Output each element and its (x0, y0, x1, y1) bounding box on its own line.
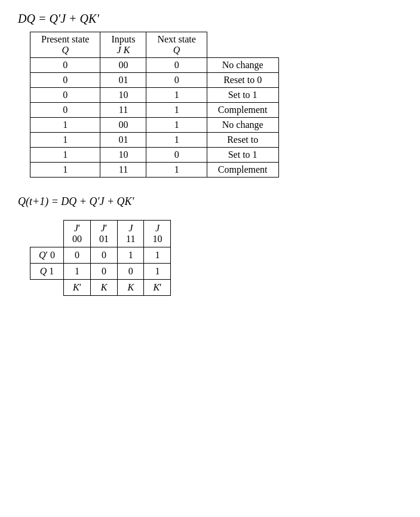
present-q: 0 (30, 88, 100, 103)
inputs-jk: 10 (100, 148, 146, 163)
description: Complement (207, 103, 278, 118)
kmap-cell: 1 (144, 247, 171, 264)
present-q: 1 (30, 118, 100, 133)
present-q: 0 (30, 73, 100, 88)
table-row: 1 10 0 Set to 1 (30, 148, 279, 163)
kmap-footer-3: K (118, 280, 144, 296)
present-q: 0 (30, 103, 100, 118)
formula-dq: DQ = Q′J + QK′ (18, 12, 402, 26)
kmap-cell: 1 (144, 264, 171, 280)
kmap-cell: 1 (64, 264, 91, 280)
table-row: 0 11 1 Complement (30, 103, 279, 118)
next-q: 1 (146, 103, 207, 118)
next-q: 1 (146, 163, 207, 178)
kmap-footer-1: K′ (64, 280, 91, 296)
kmap-footer-2: K (91, 280, 118, 296)
inputs-jk: 11 (100, 163, 146, 178)
description: Reset to 0 (207, 73, 278, 88)
description: Set to 1 (207, 148, 278, 163)
kmap-row-label-1: Q 1 (30, 264, 64, 280)
description: Set to 1 (207, 88, 278, 103)
next-q: 0 (146, 73, 207, 88)
table-row: 1 00 1 No change (30, 118, 279, 133)
table-row: 1 11 1 Complement (30, 163, 279, 178)
col-header-next-state: Next state (146, 32, 207, 45)
description: Complement (207, 163, 278, 178)
kmap-col-header-1: J′00 (64, 221, 91, 247)
inputs-jk: 00 (100, 118, 146, 133)
inputs-jk: 01 (100, 133, 146, 148)
next-q: 1 (146, 88, 207, 103)
kmap-corner (30, 221, 64, 247)
kmap-col-header-4: J10 (144, 221, 171, 247)
kmap-table: J′00 J′01 J11 J10 Q′ 0 0 0 1 1 Q 1 1 0 0… (30, 220, 171, 296)
present-q: 0 (30, 58, 100, 73)
description: No change (207, 58, 278, 73)
table-row: 1 01 1 Reset to (30, 133, 279, 148)
col-subheader-q-present: Q (30, 45, 100, 58)
table-row: 0 10 1 Set to 1 (30, 88, 279, 103)
present-q: 1 (30, 163, 100, 178)
description: No change (207, 118, 278, 133)
table-row: 0 00 0 No change (30, 58, 279, 73)
kmap-cell: 0 (91, 264, 118, 280)
col-header-present-state: Present state (30, 32, 100, 45)
kmap-row-1: Q 1 1 0 0 1 (30, 264, 171, 280)
present-q: 1 (30, 148, 100, 163)
kmap-cell: 0 (64, 247, 91, 264)
kmap-col-header-2: J′01 (91, 221, 118, 247)
inputs-jk: 01 (100, 73, 146, 88)
inputs-jk: 00 (100, 58, 146, 73)
description: Reset to (207, 133, 278, 148)
kmap-footer-empty (30, 280, 64, 296)
col-subheader-jk: J K (100, 45, 146, 58)
inputs-jk: 10 (100, 88, 146, 103)
next-q: 1 (146, 133, 207, 148)
kmap-footer-4: K′ (144, 280, 171, 296)
present-q: 1 (30, 133, 100, 148)
kmap-col-header-3: J11 (118, 221, 144, 247)
kmap-cell: 0 (91, 247, 118, 264)
next-q: 0 (146, 58, 207, 73)
kmap-footer-row: K′ K K K′ (30, 280, 171, 296)
inputs-jk: 11 (100, 103, 146, 118)
table-row: 0 01 0 Reset to 0 (30, 73, 279, 88)
col-subheader-empty (207, 45, 278, 58)
col-subheader-q-next: Q (146, 45, 207, 58)
kmap-cell: 0 (118, 264, 144, 280)
kmap-row-0: Q′ 0 0 0 1 1 (30, 247, 171, 264)
formula-qt1: Q(t+1) = DQ + Q′J + QK′ (18, 195, 402, 208)
next-q: 0 (146, 148, 207, 163)
truth-table: Present state Inputs Next state Q J K Q … (30, 32, 279, 178)
next-q: 1 (146, 118, 207, 133)
col-header-empty (207, 32, 278, 45)
col-header-inputs: Inputs (100, 32, 146, 45)
kmap-row-label-0: Q′ 0 (30, 247, 64, 264)
kmap-cell: 1 (118, 247, 144, 264)
